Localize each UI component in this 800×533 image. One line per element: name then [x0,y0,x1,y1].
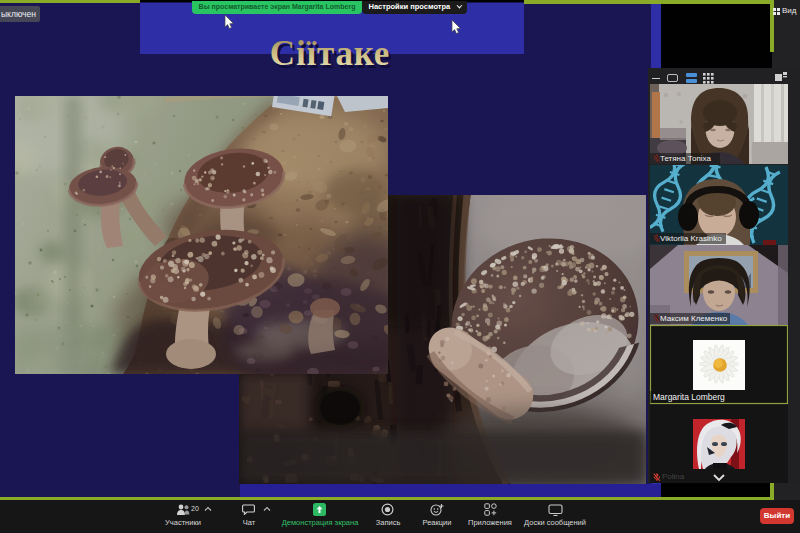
svg-text:Сіїтаке: Сіїтаке [270,34,390,73]
